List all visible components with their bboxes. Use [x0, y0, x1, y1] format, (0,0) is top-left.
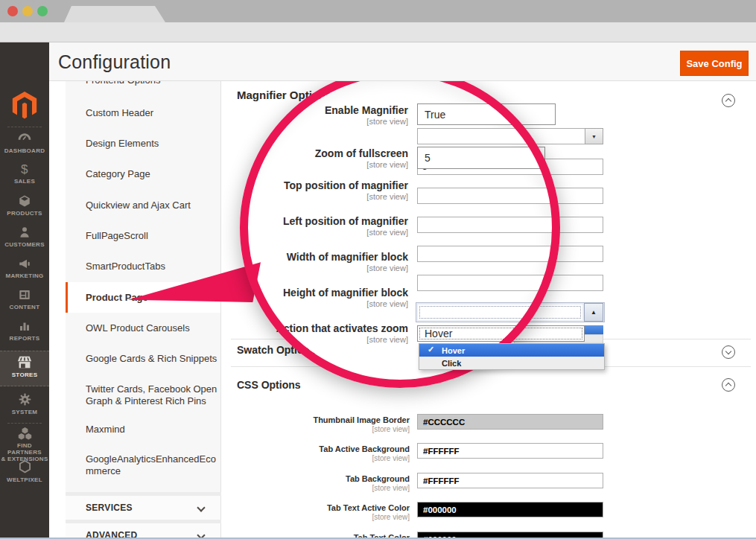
- combo-caret-button[interactable]: ▲: [584, 303, 603, 322]
- sidebar-divider: [7, 423, 42, 424]
- sidebar-item-fullpagescroll[interactable]: FullPageScroll: [86, 230, 221, 242]
- check-icon: ✓: [428, 345, 434, 354]
- megaphone-icon: [18, 257, 31, 270]
- dollar-icon: $: [0, 163, 49, 176]
- bar-chart-icon: [18, 319, 31, 333]
- sidebar-item-quickview[interactable]: Quickview and Ajax Cart: [86, 200, 221, 211]
- sidebar-item-customers[interactable]: CUSTOMERS: [0, 226, 49, 248]
- zoom-window-icon[interactable]: [37, 6, 48, 16]
- sidebar-item-ga-enhanced-ecommerce[interactable]: GoogleAnalyticsEnhancedEcommerce: [86, 453, 218, 477]
- gauge-icon: [17, 132, 32, 145]
- sidebar-item-dashboard[interactable]: DASHBOARD: [0, 132, 49, 154]
- sidebar-item-content[interactable]: CONTENT: [0, 288, 49, 310]
- services-group-label: SERVICES: [86, 503, 133, 513]
- sidebar-item-system[interactable]: SYSTEM: [0, 392, 49, 415]
- minimize-window-icon[interactable]: [22, 6, 33, 16]
- browser-addressbar[interactable]: [0, 22, 756, 42]
- sidebar-item-weltpixel[interactable]: WELTPIXEL: [0, 459, 49, 483]
- browser-tab[interactable]: [64, 6, 165, 22]
- sidebar-divider: [7, 127, 42, 127]
- select-caret-button[interactable]: ▼: [585, 128, 603, 144]
- save-config-button[interactable]: Save Config: [680, 51, 749, 76]
- expand-swatch-icon[interactable]: [722, 345, 735, 359]
- tab-text-active-label: Tab Text Active Color[store view]: [223, 503, 410, 522]
- sidebar-item-find-partners[interactable]: FIND PARTNERS & EXTENSIONS: [0, 427, 49, 462]
- sidebar-item-reports[interactable]: REPORTS: [0, 319, 49, 342]
- sidebar-item-google-cards[interactable]: Google Cards & Rich Snippets: [86, 353, 221, 365]
- dropdown-option-click[interactable]: Click: [419, 357, 604, 369]
- menu-group-advanced[interactable]: ADVANCED: [66, 523, 221, 539]
- menu-group-services[interactable]: SERVICES: [66, 496, 221, 520]
- boxes-icon: [18, 427, 32, 440]
- chevron-down-icon: [197, 503, 205, 511]
- magento-logo-icon[interactable]: [12, 92, 37, 123]
- screenshot-root: Frontend Options Custom Header Design El…: [0, 0, 756, 539]
- tab-text-active-input[interactable]: [417, 502, 603, 517]
- sidebar-item-owl-carousels[interactable]: OWL Product Carousels: [86, 322, 221, 334]
- caret-down-icon: ▼: [591, 134, 597, 139]
- browser-titlebar: [0, 0, 756, 22]
- collapse-css-icon[interactable]: [722, 378, 735, 392]
- sidebar-item-products[interactable]: PRODUCTS: [0, 194, 49, 217]
- caret-up-icon: ▲: [591, 309, 597, 316]
- sidebar-item-twitter-cards[interactable]: Twitter Cards, Facebook Open Graph & Pin…: [86, 383, 221, 407]
- tab-active-bg-label: Tab Active Background[store view]: [223, 444, 410, 463]
- page-title: Configuration: [58, 51, 171, 73]
- dropdown-option-hover[interactable]: ✓ Hover: [419, 344, 604, 357]
- tab-bg-input[interactable]: [417, 473, 603, 488]
- sidebar-item-sales[interactable]: $ SALES: [0, 163, 49, 185]
- person-icon: [18, 226, 31, 239]
- sidebar-item-design-elements[interactable]: Design Elements: [86, 138, 221, 150]
- newspaper-icon: [18, 288, 31, 302]
- sidebar-item-smartproducttabs[interactable]: SmartProductTabs: [86, 261, 221, 272]
- sidebar-item-maxmind[interactable]: Maxmind: [86, 424, 221, 436]
- cube-icon: [18, 194, 31, 208]
- sidebar-item-stores[interactable]: STORES: [0, 355, 49, 378]
- page-header: Configuration Save Config: [49, 42, 756, 81]
- tab-bg-label: Tab Background[store view]: [223, 474, 410, 493]
- sidebar-item-custom-header[interactable]: Custom Header: [86, 107, 221, 119]
- thumbnail-border-input[interactable]: [417, 414, 603, 430]
- tab-active-bg-input[interactable]: [417, 443, 603, 459]
- store-icon: [17, 355, 32, 369]
- hexagon-icon: [18, 459, 32, 474]
- sidebar-item-marketing[interactable]: MARKETING: [0, 257, 49, 279]
- thumbnail-border-label: Thumbnail Image Border[store view]: [223, 415, 410, 434]
- close-window-icon[interactable]: [7, 6, 18, 16]
- admin-sidebar: DASHBOARD $ SALES PRODUCTS CUSTOMERS MAR…: [0, 42, 49, 539]
- zoom-action-dropdown: ✓ Hover Click: [419, 343, 605, 370]
- sidebar-item-category-page[interactable]: Category Page: [86, 168, 221, 180]
- magnifier-lens-ring: [240, 68, 560, 388]
- css-options-title: CSS Options: [237, 379, 301, 391]
- collapse-magnifier-icon[interactable]: [722, 94, 735, 107]
- gear-icon: [18, 392, 32, 406]
